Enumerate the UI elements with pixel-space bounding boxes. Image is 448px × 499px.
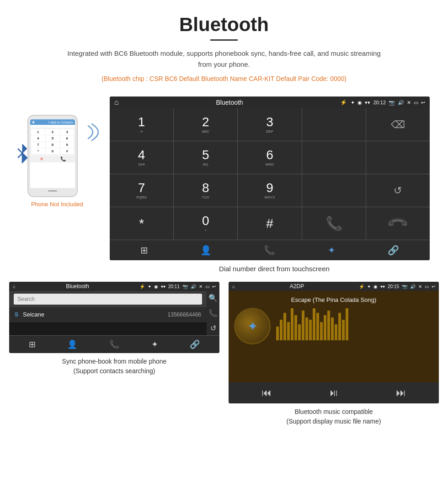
music-gps-icon: ◉: [373, 284, 378, 289]
dial-key-end[interactable]: 📞: [366, 207, 430, 240]
pb-right-sync-icon[interactable]: ↺: [210, 324, 216, 333]
phonebook-screenshot: ⌂ Bluetooth ⚡ ✦ ◉ ▾▾ 20:11 📷 🔊 ✕ ▭ ↩: [9, 282, 219, 353]
music-close-icon: ✕: [418, 284, 422, 289]
pb-close-icon: ✕: [199, 284, 203, 289]
bluetooth-status-icon: ✦: [351, 100, 355, 106]
pb-right-icons: 🔍 📞 ↺: [207, 291, 219, 335]
dial-bottom-phone-icon[interactable]: 📞: [264, 245, 275, 256]
dial-caption: Dial number direct from touchscreen: [110, 265, 439, 273]
music-signal-icon: ▾▾: [380, 284, 385, 289]
pb-right-phone-icon[interactable]: 📞: [208, 309, 218, 317]
pb-usb-icon: ⚡: [139, 284, 145, 289]
music-bar: [346, 308, 348, 340]
music-visualizer: [276, 310, 433, 342]
pb-home-icon: ⌂: [13, 284, 16, 289]
music-status-bar: ⌂ A2DP ⚡ ✦ ◉ ▾▾ 20:15 📷 🔊 ✕ ▭ ↩: [229, 282, 439, 291]
window-icon: ▭: [414, 100, 418, 106]
dial-key-8[interactable]: 8 TUV: [174, 174, 237, 207]
dial-key-star[interactable]: *: [110, 207, 173, 240]
dial-key-3[interactable]: 3 DEF: [238, 108, 301, 141]
music-content: Escape (The Pina Colada Song) ✦: [229, 291, 439, 382]
music-play-pause-icon[interactable]: ⏯: [329, 387, 339, 399]
close-icon: ✕: [407, 100, 411, 106]
pb-contact[interactable]: S Seicane 13566664466: [9, 307, 207, 322]
music-bar: [313, 308, 315, 340]
pb-bt-bottom-icon[interactable]: ✦: [151, 339, 158, 349]
dial-bottom-grid-icon[interactable]: ⊞: [140, 245, 148, 256]
dial-key-1[interactable]: 1 ∞: [110, 108, 173, 141]
dial-key-hash[interactable]: #: [238, 207, 301, 240]
music-bar: [320, 322, 323, 340]
phone-screen-bottom: ✕ 📞: [30, 156, 75, 162]
pb-signal-icon: ▾▾: [161, 284, 165, 289]
svg-marker-4: [22, 144, 27, 153]
music-win-icon: ▭: [425, 284, 429, 289]
dial-key-empty-4: [302, 174, 366, 207]
music-bt-icon: ✦: [367, 284, 371, 289]
music-usb-icon: ⚡: [359, 284, 364, 289]
dial-bottom-link-icon[interactable]: 🔗: [388, 245, 399, 256]
pb-app-name: Bluetooth: [18, 283, 137, 290]
music-controls: ⏮ ⏯ ⏭: [229, 382, 439, 403]
dial-key-9[interactable]: 9 WXYZ: [238, 174, 301, 207]
phone-graphic: ◉ + Add to Contacts 1 2 3 4 5 6 7 8: [27, 115, 87, 197]
pb-search-area: [9, 291, 207, 307]
svg-line-2: [18, 149, 22, 153]
dial-key-call[interactable]: 📞: [302, 207, 366, 240]
pb-right-search-icon[interactable]: 🔍: [208, 294, 218, 302]
dial-key-6[interactable]: 6 MNO: [238, 141, 301, 174]
dial-key-sync[interactable]: ↺: [366, 174, 430, 207]
pb-list: S Seicane 13566664466: [9, 291, 207, 335]
usb-icon: ⚡: [340, 99, 347, 106]
music-bar: [324, 315, 326, 340]
music-vol-icon: 🔊: [410, 284, 416, 289]
pb-time: 20:11: [168, 284, 180, 289]
pb-win-icon: ▭: [205, 284, 209, 289]
dial-bottom-person-icon[interactable]: 👤: [200, 245, 212, 256]
music-art-area: ✦: [234, 308, 433, 344]
music-camera-icon: 📷: [402, 284, 407, 289]
music-song-title: Escape (The Pina Colada Song): [291, 296, 376, 303]
music-screenshot: ⌂ A2DP ⚡ ✦ ◉ ▾▾ 20:15 📷 🔊 ✕ ▭ ↩ Escape (…: [229, 282, 439, 403]
dial-status-bar: ⌂ Bluetooth ⚡ ✦ ◉ ▾▾ 20:12 📷 🔊 ✕ ▭ ↩: [110, 97, 430, 108]
dial-key-empty-2: [302, 141, 366, 174]
phone-screen-top: ◉ + Add to Contacts: [30, 119, 75, 125]
pb-gps-icon: ◉: [154, 284, 158, 289]
pb-grid-icon[interactable]: ⊞: [29, 339, 36, 349]
pb-phone-icon[interactable]: 📞: [109, 339, 119, 349]
music-bar: [331, 317, 334, 340]
pb-link-icon[interactable]: 🔗: [190, 339, 200, 349]
music-bar: [305, 317, 308, 340]
music-bar: [280, 320, 283, 340]
music-prev-icon[interactable]: ⏮: [261, 387, 272, 399]
music-app-name: A2DP: [238, 283, 356, 290]
music-bar: [283, 313, 286, 340]
pb-bottom-bar: ⊞ 👤 📞 ✦ 🔗: [9, 335, 219, 353]
phone-not-included-label: Phone Not Included: [31, 201, 83, 208]
dial-key-7[interactable]: 7 PQRS: [110, 174, 173, 207]
dial-screen: ⌂ Bluetooth ⚡ ✦ ◉ ▾▾ 20:12 📷 🔊 ✕ ▭ ↩: [110, 97, 430, 260]
music-next-icon[interactable]: ⏭: [396, 387, 406, 399]
music-bar: [316, 313, 319, 340]
bottom-row: ⌂ Bluetooth ⚡ ✦ ◉ ▾▾ 20:11 📷 🔊 ✕ ▭ ↩: [0, 273, 448, 426]
signal-icon: ▾▾: [365, 100, 370, 106]
dial-key-backspace[interactable]: ⌫: [366, 108, 430, 141]
dial-key-5[interactable]: 5 JKL: [174, 141, 237, 174]
phone-screen: ◉ + Add to Contacts 1 2 3 4 5 6 7 8: [30, 119, 75, 188]
bt-signal: [85, 119, 105, 146]
music-caption: Bluetooth music compatible(Support displ…: [229, 407, 439, 426]
music-bar: [342, 320, 345, 340]
music-time: 20:15: [388, 284, 399, 289]
music-bar: [276, 327, 279, 340]
pb-search-input[interactable]: [14, 294, 202, 305]
music-bt-art-icon: ✦: [247, 319, 258, 334]
pb-vol-icon: 🔊: [191, 284, 196, 289]
dial-key-0[interactable]: 0 +: [174, 207, 237, 240]
pb-person-icon[interactable]: 👤: [67, 339, 77, 349]
dial-key-2[interactable]: 2 ABC: [174, 108, 237, 141]
music-bar: [338, 313, 341, 340]
dial-key-4[interactable]: 4 GHI: [110, 141, 173, 174]
music-bar: [309, 320, 312, 340]
page-title: Bluetooth: [9, 14, 439, 36]
dial-bottom-bt-icon[interactable]: ✦: [328, 245, 336, 256]
